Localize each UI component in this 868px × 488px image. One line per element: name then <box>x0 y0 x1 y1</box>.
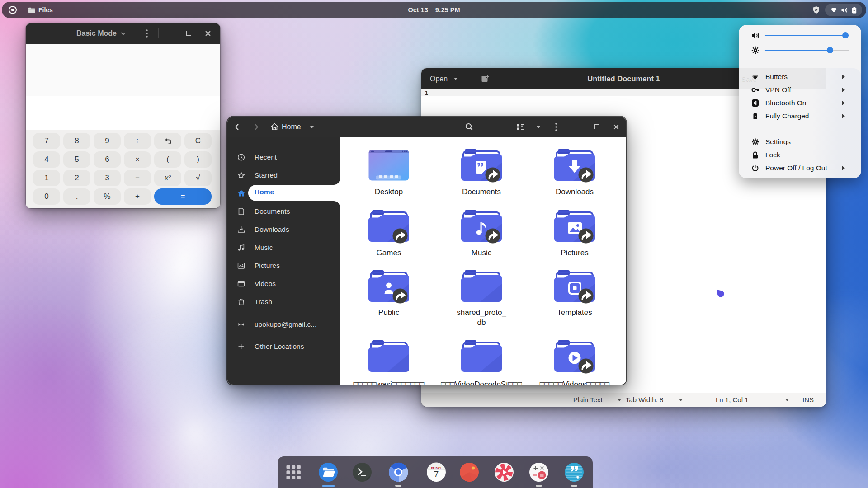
svg-text:7: 7 <box>434 469 439 479</box>
svg-text:FRIDAY: FRIDAY <box>431 467 442 469</box>
